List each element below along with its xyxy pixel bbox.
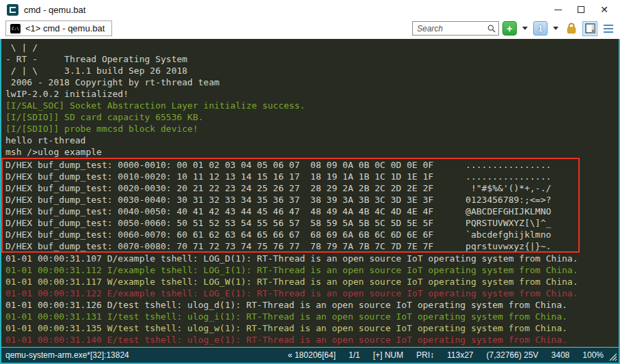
- terminal-line: - RT - Thread Operating System: [5, 53, 619, 65]
- terminal-line: 01-01 00:00:31.117 W/example tshell: LOG…: [5, 276, 619, 288]
- menu-button[interactable]: [601, 21, 616, 36]
- new-console-dropdown-icon[interactable]: [522, 27, 528, 30]
- status-process: qemu-system-arm.exe*[32]:13824: [5, 350, 275, 360]
- tab-cmd-qemu[interactable]: C:\ <1> cmd - qemu.bat: [5, 20, 112, 36]
- terminal-line: hello rt-thread: [5, 135, 619, 146]
- active-console-button[interactable]: 1: [533, 21, 548, 36]
- terminal-line: 01-01 00:00:31.107 D/example tshell: LOG…: [5, 253, 619, 264]
- terminal-line: 01-01 00:00:31.140 E/test tshell: ulog_e…: [5, 334, 619, 346]
- terminal-line: D/HEX buf_dump_test: 0070-0080: 70 71 72…: [5, 240, 578, 251]
- terminal-line: lwIP-2.0.2 initialized!: [5, 88, 619, 100]
- tab-bar: C:\ <1> cmd - qemu.bat + 1: [0, 19, 620, 39]
- terminal-line: msh />ulog example: [5, 146, 619, 158]
- toolbar: + 1: [412, 21, 616, 36]
- status-item: PRI↕: [416, 350, 434, 360]
- minimize-icon: [554, 10, 562, 10]
- terminal-line: D/HEX buf_dump_test: 0040-0050: 40 41 42…: [5, 206, 578, 217]
- search-box: [412, 21, 499, 36]
- terminal-output[interactable]: \ | /- RT - Thread Operating System / | …: [1, 39, 619, 347]
- window-title: cmd - qemu.bat: [24, 5, 546, 15]
- search-icon[interactable]: [487, 24, 496, 33]
- terminal-line: 01-01 00:00:31.122 E/example tshell: LOG…: [5, 288, 619, 299]
- conemu-window: cmd - qemu.bat ✕ C:\ <1> cmd - qemu.bat …: [0, 0, 620, 364]
- maximize-icon: [578, 6, 584, 13]
- status-item: 3408: [552, 350, 570, 360]
- conemu-logo-icon: [10, 7, 16, 13]
- lock-icon: [566, 23, 577, 34]
- terminal-line: \ | /: [5, 42, 619, 53]
- terminal-line: 2006 - 2018 Copyright by rt-thread team: [5, 76, 619, 88]
- terminal-line: D/HEX buf_dump_test: 0000-0010: 00 01 02…: [5, 159, 578, 171]
- status-item: [+] NUM: [373, 350, 403, 360]
- terminal-line: 01-01 00:00:31.131 I/test tshell: ulog_i…: [5, 311, 619, 322]
- maximize-button[interactable]: [569, 1, 593, 18]
- console-frame: \ | /- RT - Thread Operating System / | …: [0, 39, 620, 364]
- terminal-line: D/HEX buf_dump_test: 0010-0020: 10 11 12…: [5, 171, 578, 182]
- terminal-line: D/HEX buf_dump_test: 0030-0040: 30 31 32…: [5, 194, 578, 206]
- status-item: 1/1: [349, 350, 360, 360]
- resize-grip-icon[interactable]: [608, 352, 617, 361]
- hexdump-highlight-box: D/HEX buf_dump_test: 0000-0010: 00 01 02…: [1, 158, 580, 253]
- status-item: (7,32766) 25V: [487, 350, 539, 360]
- title-bar: cmd - qemu.bat ✕: [0, 0, 620, 19]
- status-bar: qemu-system-arm.exe*[32]:13824 « 180206[…: [1, 347, 619, 363]
- terminal-line: [I/[SDIO]] probe mmcsd block device!: [5, 123, 619, 135]
- buffer-window-icon: [585, 23, 595, 33]
- scroll-buffer-button[interactable]: [582, 21, 597, 36]
- hamburger-icon: [604, 25, 613, 33]
- new-console-button[interactable]: +: [502, 21, 517, 36]
- terminal-line: / | \ 3.1.1 build Sep 26 2018: [5, 65, 619, 76]
- terminal-line: [I/SAL_SOC] Socket Abstraction Layer ini…: [5, 100, 619, 111]
- terminal-line: D/HEX buf_dump_test: 0020-0030: 20 21 22…: [5, 182, 578, 194]
- terminal-line: [I/[SDIO]] SD card capacity 65536 KB.: [5, 111, 619, 123]
- log-output: 01-01 00:00:31.107 D/example tshell: LOG…: [5, 253, 619, 346]
- terminal-line: D/HEX buf_dump_test: 0050-0060: 50 51 52…: [5, 217, 578, 229]
- terminal-line: D/HEX buf_dump_test: 0060-0070: 60 61 62…: [5, 229, 578, 240]
- tab-label: <1> cmd - qemu.bat: [25, 23, 105, 33]
- status-items: « 180206[64]1/1[+] NUMPRI↕113x27(7,32766…: [275, 350, 604, 360]
- minimize-button[interactable]: [546, 1, 569, 18]
- status-item: « 180206[64]: [288, 350, 336, 360]
- close-button[interactable]: ✕: [593, 1, 616, 18]
- status-item: 113x27: [447, 350, 473, 360]
- conemu-app-icon: [7, 4, 18, 16]
- lock-button[interactable]: [564, 21, 579, 36]
- terminal-line: 01-01 00:00:31.135 W/test tshell: ulog_w…: [5, 322, 619, 334]
- cmd-icon: C:\: [10, 24, 21, 33]
- boot-output: \ | /- RT - Thread Operating System / | …: [5, 42, 619, 158]
- terminal-line: 01-01 00:00:31.112 I/example tshell: LOG…: [5, 264, 619, 276]
- status-item: 100%: [582, 350, 604, 360]
- console-list-dropdown-icon[interactable]: [553, 27, 558, 30]
- close-icon: ✕: [600, 5, 608, 14]
- search-input[interactable]: [417, 24, 487, 33]
- terminal-line: 01-01 00:00:31.126 D/test tshell: ulog_d…: [5, 299, 619, 311]
